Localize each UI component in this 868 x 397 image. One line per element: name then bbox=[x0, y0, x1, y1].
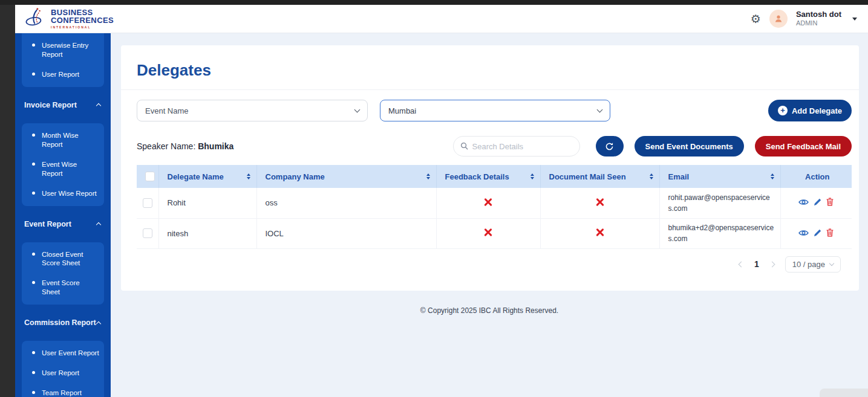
row-checkbox[interactable] bbox=[143, 228, 152, 238]
column-label: Company Name bbox=[266, 172, 325, 181]
bullet-icon bbox=[32, 163, 35, 166]
table-header-row: Delegate NameCompany NameFeedback Detail… bbox=[137, 165, 852, 188]
sidebar-submenu: Closed Event Score SheetEvent Score Shee… bbox=[22, 242, 104, 305]
sidebar-item-month-wise-report[interactable]: Month Wise Report bbox=[22, 126, 104, 155]
edit-button[interactable] bbox=[811, 197, 824, 209]
sidebar-item-user-event-report[interactable]: User Event Report bbox=[22, 343, 104, 363]
delete-button[interactable] bbox=[824, 196, 836, 209]
delegate-name-cell: nitesh bbox=[158, 218, 256, 248]
trash-icon bbox=[826, 199, 834, 208]
chevron-up-icon bbox=[96, 222, 101, 227]
person-icon bbox=[774, 14, 783, 24]
user-menu-caret-icon[interactable] bbox=[852, 18, 857, 21]
event-name-select[interactable]: Event Name bbox=[137, 100, 368, 121]
page-size-value: 10 / page bbox=[792, 260, 825, 269]
select-all-checkbox[interactable] bbox=[145, 172, 155, 181]
pencil-icon bbox=[814, 199, 821, 208]
red-cross-icon bbox=[484, 228, 492, 237]
table-row: niteshIOCLbhumika+d2@openspaceservices.c… bbox=[137, 218, 852, 248]
sort-icon[interactable] bbox=[771, 173, 774, 179]
sidebar-submenu: Userwise Entry ReportUser Report bbox=[22, 33, 104, 87]
column-header-company-name[interactable]: Company Name bbox=[256, 165, 436, 188]
feedback-details-cell bbox=[436, 188, 540, 218]
main-content: Delegates Event Name Mumbai + Add Delega… bbox=[111, 33, 868, 397]
user-role: ADMIN bbox=[796, 19, 841, 27]
column-label: Action bbox=[805, 172, 829, 181]
sidebar-item-event-score-sheet[interactable]: Event Score Sheet bbox=[22, 273, 104, 302]
brand-logo[interactable]: BUSINESS CONFERENCES INTERNATIONAL bbox=[24, 7, 114, 31]
refresh-button[interactable] bbox=[596, 136, 624, 157]
sidebar-item-user-report[interactable]: User Report bbox=[22, 363, 104, 383]
column-header-document-mail-seen[interactable]: Document Mail Seen bbox=[540, 165, 659, 188]
column-header-delegate-name[interactable]: Delegate Name bbox=[158, 165, 256, 188]
view-button[interactable] bbox=[796, 228, 811, 240]
action-cell bbox=[780, 188, 852, 218]
sidebar-item-user-wise-report[interactable]: User Wise Report bbox=[22, 184, 104, 204]
action-cell bbox=[780, 218, 852, 248]
eye-icon bbox=[798, 230, 809, 239]
sidebar-section-commission-report[interactable]: Commission Report bbox=[21, 311, 105, 335]
sort-icon[interactable] bbox=[426, 173, 430, 179]
title-divider bbox=[121, 89, 859, 90]
red-cross-icon bbox=[596, 228, 604, 237]
sidebar-item-event-wise-report[interactable]: Event Wise Report bbox=[22, 155, 104, 184]
user-avatar[interactable] bbox=[769, 10, 788, 28]
sort-icon[interactable] bbox=[530, 173, 534, 179]
sidebar-section-label: Event Report bbox=[24, 220, 71, 228]
pencil-icon bbox=[814, 230, 821, 239]
left-dark-strip bbox=[0, 0, 15, 397]
row-select-cell bbox=[137, 218, 158, 248]
city-select[interactable]: Mumbai bbox=[380, 100, 610, 121]
company-name-cell: IOCL bbox=[256, 218, 436, 248]
sidebar-item-user-report[interactable]: User Report bbox=[22, 65, 104, 85]
bullet-icon bbox=[32, 253, 35, 256]
trash-icon bbox=[826, 230, 834, 239]
red-cross-icon bbox=[596, 198, 604, 206]
send-event-documents-button[interactable]: Send Event Documents bbox=[635, 136, 744, 157]
horizontal-scrollbar-thumb[interactable] bbox=[820, 389, 868, 397]
eye-icon bbox=[798, 199, 809, 208]
column-label: Feedback Details bbox=[445, 172, 509, 181]
sidebar-item-label: Team Report bbox=[42, 389, 82, 396]
page-number-current[interactable]: 1 bbox=[754, 259, 759, 269]
search-input[interactable] bbox=[453, 136, 580, 157]
page-size-select[interactable]: 10 / page bbox=[785, 256, 841, 273]
column-header-action: Action bbox=[780, 165, 852, 188]
sidebar-section-event-report[interactable]: Event Report bbox=[21, 212, 105, 236]
table-row: Rohitossrohit.pawar@openspaceservices.co… bbox=[137, 188, 852, 218]
sidebar-item-closed-event-score-sheet[interactable]: Closed Event Score Sheet bbox=[22, 245, 104, 274]
sidebar-item-userwise-entry-report[interactable]: Userwise Entry Report bbox=[22, 36, 104, 65]
sidebar-item-label: User Report bbox=[42, 71, 79, 78]
row-select-cell bbox=[137, 188, 158, 218]
chevron-left-icon bbox=[739, 261, 745, 267]
app-header: BUSINESS CONFERENCES INTERNATIONAL ⚙ San… bbox=[15, 5, 868, 33]
send-feedback-mail-button[interactable]: Send Feedback Mail bbox=[755, 136, 852, 157]
add-delegate-button[interactable]: + Add Delegate bbox=[768, 100, 852, 121]
bullet-icon bbox=[32, 73, 35, 76]
chevron-right-icon bbox=[769, 261, 775, 267]
column-header-feedback-details[interactable]: Feedback Details bbox=[436, 165, 540, 188]
sidebar-item-team-report[interactable]: Team Report bbox=[22, 383, 104, 397]
red-cross-icon bbox=[484, 198, 492, 206]
prev-page-button[interactable] bbox=[737, 260, 746, 269]
view-button[interactable] bbox=[796, 197, 811, 209]
delegates-card: Delegates Event Name Mumbai + Add Delega… bbox=[121, 45, 859, 291]
sort-icon[interactable] bbox=[650, 173, 653, 179]
next-page-button[interactable] bbox=[768, 260, 777, 269]
column-header-email[interactable]: Email bbox=[659, 165, 780, 188]
sidebar-item-label: User Event Report bbox=[42, 349, 99, 357]
email-cell: bhumika+d2@openspaceservices.com bbox=[659, 218, 780, 248]
copyright-text: © Copyright 2025 IBC All Rights Reserved… bbox=[111, 306, 868, 315]
row-checkbox[interactable] bbox=[143, 198, 152, 208]
sidebar-item-label: User Report bbox=[42, 369, 79, 376]
email-cell: rohit.pawar@openspaceservices.com bbox=[659, 188, 780, 218]
sidebar-section-invoice-report[interactable]: Invoice Report bbox=[21, 93, 105, 117]
column-label: Email bbox=[668, 172, 690, 181]
speaker-name-value: Bhumika bbox=[198, 141, 233, 151]
plus-circle-icon: + bbox=[778, 106, 788, 115]
delegates-table: Delegate NameCompany NameFeedback Detail… bbox=[137, 165, 852, 249]
edit-button[interactable] bbox=[811, 228, 824, 240]
settings-gear-icon[interactable]: ⚙ bbox=[751, 13, 761, 25]
sort-icon[interactable] bbox=[247, 173, 250, 179]
delete-button[interactable] bbox=[824, 227, 836, 240]
